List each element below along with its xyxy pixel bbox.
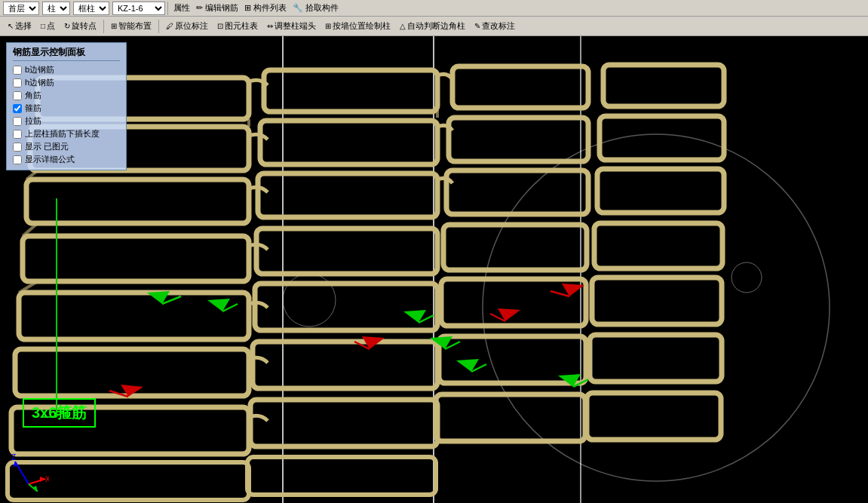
rebar-option-insert: 上层柱插筋下插长度 xyxy=(13,128,120,140)
label-icon: 🖊 xyxy=(166,22,173,30)
svg-marker-69 xyxy=(40,477,45,482)
svg-text:Z: Z xyxy=(11,453,16,462)
edit-rebar-btn[interactable]: ✏ 编辑钢筋 xyxy=(193,2,241,14)
rebar-checkbox-insert[interactable] xyxy=(13,130,22,139)
select-icon: ↖ xyxy=(8,22,14,30)
stirrup-label-text: 3x6箍筋 xyxy=(32,404,87,421)
rebar-checkbox-h[interactable] xyxy=(13,78,22,87)
rotate-icon: ↻ xyxy=(64,22,70,30)
point-btn[interactable]: □ 点 xyxy=(36,19,60,33)
auto-judge-btn[interactable]: △ 自动判断边角柱 xyxy=(395,19,470,33)
rebar-checkbox-show-element[interactable] xyxy=(13,143,22,152)
list-icon: ⊡ xyxy=(217,22,223,30)
frame-select[interactable]: 框柱 xyxy=(73,2,109,15)
draw-column-btn[interactable]: ⊞ 按墙位置绘制柱 xyxy=(321,19,395,33)
rebar-label-h: h边钢筋 xyxy=(25,77,54,88)
toolbar-row1: 首层 柱 框柱 KZ-1-6 属性 ✏ 编辑钢筋 ⊞ 构件列表 🔧 拾取构件 xyxy=(0,0,868,17)
adjust-column-btn[interactable]: ⇔ 调整柱端头 xyxy=(262,19,321,33)
rebar-label-b: b边钢筋 xyxy=(25,64,54,75)
pick-component-btn[interactable]: 🔧 拾取构件 xyxy=(290,2,342,14)
rebar-checkbox-formula[interactable] xyxy=(13,155,22,164)
rebar-label-insert: 上层柱插筋下插长度 xyxy=(25,128,100,140)
check-icon: ✎ xyxy=(474,22,480,30)
rebar-option-h-side: h边钢筋 xyxy=(13,77,120,88)
original-label-btn[interactable]: 🖊 原位标注 xyxy=(161,19,213,33)
rebar-checkbox-b[interactable] xyxy=(13,66,22,75)
rebar-label-formula: 显示详细公式 xyxy=(25,154,75,165)
rebar-control-panel: 钢筋显示控制面板 b边钢筋 h边钢筋 角筋 箍筋 拉筋 上层柱插筋下插长度 显示… xyxy=(6,42,127,170)
component-list-btn[interactable]: ⊞ 构件列表 xyxy=(241,2,290,14)
axis-indicator: Z X xyxy=(8,450,45,488)
rebar-checkbox-tie[interactable] xyxy=(13,117,22,126)
smart-icon: ⊞ xyxy=(111,22,117,30)
rebar-label-tie: 拉筋 xyxy=(25,115,41,127)
toolbar-area: 首层 柱 框柱 KZ-1-6 属性 ✏ 编辑钢筋 ⊞ 构件列表 🔧 拾取构件 ↖… xyxy=(0,0,868,36)
rebar-label-show-element: 显示 已图元 xyxy=(25,141,69,152)
rebar-label-stirrup: 箍筋 xyxy=(25,103,41,114)
draw-icon: ⊞ xyxy=(325,22,331,30)
rebar-option-tie: 拉筋 xyxy=(13,115,120,127)
rebar-option-show-formula: 显示详细公式 xyxy=(13,154,120,165)
rebar-panel-title: 钢筋显示控制面板 xyxy=(13,46,120,61)
rebar-label-corner: 角筋 xyxy=(25,90,41,101)
select-btn[interactable]: ↖ 选择 xyxy=(3,19,36,33)
stirrup-label-3x6: 3x6箍筋 xyxy=(23,398,96,428)
rebar-option-stirrup: 箍筋 xyxy=(13,103,120,114)
smart-layout-btn[interactable]: ⊞ 智能布置 xyxy=(106,19,156,33)
toolbar-row2: ↖ 选择 □ 点 ↻ 旋转点 ⊞ 智能布置 🖊 原位标注 ⊡ 图元柱表 ⇔ 调整… xyxy=(0,17,868,36)
svg-text:X: X xyxy=(45,475,49,483)
rebar-option-show-element: 显示 已图元 xyxy=(13,141,120,152)
icon-list-btn[interactable]: ⊡ 图元柱表 xyxy=(213,19,262,33)
adjust-icon: ⇔ xyxy=(267,22,273,30)
kz-select[interactable]: KZ-1-6 xyxy=(112,2,165,15)
main-canvas[interactable]: 钢筋显示控制面板 b边钢筋 h边钢筋 角筋 箍筋 拉筋 上层柱插筋下插长度 显示… xyxy=(0,36,868,503)
properties-btn[interactable]: 属性 xyxy=(170,2,193,14)
rebar-checkbox-corner[interactable] xyxy=(13,91,22,100)
rebar-option-corner: 角筋 xyxy=(13,90,120,101)
rebar-option-b-side: b边钢筋 xyxy=(13,64,120,75)
canvas-svg xyxy=(0,36,868,503)
col-select[interactable]: 柱 xyxy=(42,2,70,15)
point-icon: □ xyxy=(41,22,45,30)
check-label-btn[interactable]: ✎ 查改标注 xyxy=(470,19,520,33)
auto-icon: △ xyxy=(400,22,406,30)
rebar-checkbox-stirrup[interactable] xyxy=(13,104,22,113)
layer-select[interactable]: 首层 xyxy=(3,2,39,15)
rotate-point-btn[interactable]: ↻ 旋转点 xyxy=(60,19,101,33)
